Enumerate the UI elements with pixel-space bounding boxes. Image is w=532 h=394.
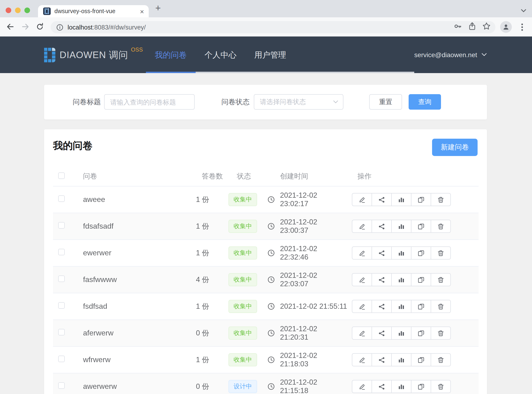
created-time: 2021-12-02 22:32:46 — [280, 244, 347, 261]
edit-button[interactable] — [352, 246, 372, 259]
edit-button[interactable] — [352, 193, 372, 206]
copy-button[interactable] — [411, 353, 431, 366]
row-checkbox[interactable] — [58, 195, 65, 202]
share-page-icon[interactable] — [468, 22, 476, 32]
reset-button[interactable]: 重置 — [369, 94, 402, 110]
site-info-icon[interactable] — [56, 24, 63, 31]
stats-button[interactable] — [391, 300, 411, 313]
share-icon — [378, 276, 385, 283]
survey-title-input[interactable] — [104, 94, 195, 110]
column-header-survey: 问卷 — [77, 172, 192, 181]
back-icon[interactable] — [5, 21, 16, 32]
browser-tab[interactable]: dwsurvey-oss-front-vue × — [38, 5, 149, 17]
url-text: localhost:8083/#/dw/survey/ — [68, 24, 146, 31]
survey-status-select[interactable]: 请选择问卷状态 — [254, 94, 343, 110]
select-all-checkbox[interactable] — [58, 172, 65, 179]
delete-button[interactable] — [431, 273, 451, 286]
share-button[interactable] — [372, 327, 392, 340]
edit-button[interactable] — [352, 380, 372, 393]
table-body: aweee 1 份 收集中 2021-12-02 23:02:17 — [53, 187, 479, 394]
reload-icon[interactable] — [35, 21, 45, 32]
stats-button[interactable] — [391, 220, 411, 233]
nav-bottom-border — [196, 72, 414, 73]
bar-chart-icon — [398, 276, 405, 283]
account-menu[interactable]: service@diaowen.net — [414, 36, 487, 73]
row-actions — [352, 246, 451, 259]
search-button[interactable]: 查询 — [409, 94, 441, 110]
browser-menu-icon[interactable] — [519, 21, 525, 33]
survey-table: 问卷 答卷数 状态 创建时间 操作 aweee 1 份 收集中 2021-12-… — [53, 166, 479, 394]
share-button[interactable] — [372, 246, 392, 259]
edit-button[interactable] — [352, 220, 372, 233]
table-header-row: 问卷 答卷数 状态 创建时间 操作 — [53, 166, 479, 187]
row-checkbox[interactable] — [58, 382, 65, 389]
copy-button[interactable] — [411, 193, 431, 206]
share-button[interactable] — [372, 300, 392, 313]
copy-button[interactable] — [411, 327, 431, 340]
row-checkbox[interactable] — [58, 302, 65, 309]
password-key-icon[interactable] — [454, 22, 462, 32]
table-row: aweee 1 份 收集中 2021-12-02 23:02:17 — [53, 187, 479, 213]
nav-item-personal-center[interactable]: 个人中心 — [196, 36, 245, 73]
macos-close-button[interactable] — [6, 7, 11, 13]
share-button[interactable] — [372, 273, 392, 286]
copy-icon — [418, 196, 425, 203]
row-checkbox[interactable] — [58, 275, 65, 282]
delete-button[interactable] — [431, 220, 451, 233]
delete-button[interactable] — [431, 327, 451, 340]
nav-item-user-management[interactable]: 用户管理 — [245, 36, 295, 73]
copy-button[interactable] — [411, 246, 431, 259]
page-title: 我的问卷 — [53, 139, 92, 152]
tab-list-chevron-icon[interactable] — [521, 6, 526, 15]
delete-button[interactable] — [431, 246, 451, 259]
created-time: 2021-12-02 21:20:31 — [280, 325, 347, 342]
brand-logo[interactable]: DIAOWEN 调问 OSS — [44, 36, 143, 73]
bookmark-star-icon[interactable] — [482, 22, 491, 32]
delete-button[interactable] — [431, 300, 451, 313]
new-tab-button[interactable]: + — [155, 3, 161, 14]
table-row: fasfwwww 4 份 收集中 2021-12-02 22:03:07 — [53, 267, 479, 293]
survey-list-panel: 我的问卷 新建问卷 问卷 答卷数 状态 创建时间 操作 aweee 1 份 收集… — [44, 129, 487, 394]
copy-button[interactable] — [411, 273, 431, 286]
edit-button[interactable] — [352, 327, 372, 340]
macos-zoom-button[interactable] — [24, 7, 30, 13]
macos-minimize-button[interactable] — [15, 7, 21, 13]
delete-button[interactable] — [431, 380, 451, 393]
stats-button[interactable] — [391, 246, 411, 259]
stats-button[interactable] — [391, 273, 411, 286]
share-button[interactable] — [372, 353, 392, 366]
tab-close-icon[interactable]: × — [140, 8, 144, 15]
profile-avatar[interactable] — [500, 21, 512, 33]
share-button[interactable] — [372, 193, 392, 206]
nav-item-my-surveys[interactable]: 我的问卷 — [146, 36, 196, 73]
copy-button[interactable] — [411, 220, 431, 233]
row-checkbox[interactable] — [58, 356, 65, 362]
share-button[interactable] — [372, 380, 392, 393]
copy-button[interactable] — [411, 300, 431, 313]
edit-button[interactable] — [352, 353, 372, 366]
pencil-icon — [358, 356, 366, 363]
stats-button[interactable] — [391, 193, 411, 206]
answer-count: 1 份 — [192, 301, 225, 311]
row-checkbox[interactable] — [58, 329, 65, 335]
stats-button[interactable] — [391, 353, 411, 366]
answer-count: 1 份 — [192, 248, 225, 258]
address-bar[interactable]: localhost:8083/#/dw/survey/ — [51, 21, 495, 33]
edit-button[interactable] — [352, 273, 372, 286]
row-checkbox[interactable] — [58, 249, 65, 255]
delete-button[interactable] — [431, 353, 451, 366]
row-actions — [352, 327, 451, 340]
row-checkbox[interactable] — [58, 222, 65, 229]
stats-button[interactable] — [391, 327, 411, 340]
row-actions — [352, 193, 451, 206]
stats-button[interactable] — [391, 380, 411, 393]
copy-button[interactable] — [411, 380, 431, 393]
delete-button[interactable] — [431, 193, 451, 206]
survey-name: ewerwer — [77, 249, 192, 257]
create-survey-button[interactable]: 新建问卷 — [432, 139, 478, 156]
forward-icon[interactable] — [20, 21, 31, 32]
account-email: service@diaowen.net — [414, 51, 477, 59]
share-button[interactable] — [372, 220, 392, 233]
nav-active-underline — [146, 72, 196, 73]
edit-button[interactable] — [352, 300, 372, 313]
